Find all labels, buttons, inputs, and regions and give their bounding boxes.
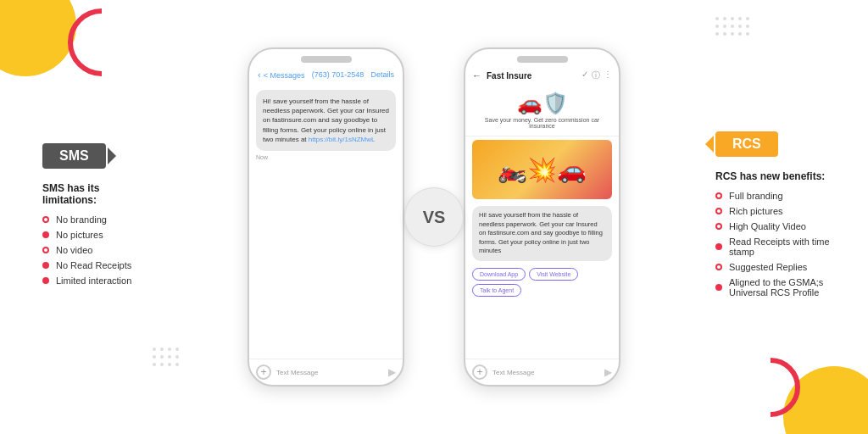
rcs-phone-header: ← Fast Insure ✓ ⓘ ⋮ — [465, 66, 619, 85]
list-item: Full branding — [715, 191, 834, 201]
phones-area: ‹ < Messages (763) 701-2548 Details Hi! … — [170, 47, 698, 387]
brand-name: Fast Insure — [487, 71, 576, 81]
rcs-text-input[interactable]: Text Message — [492, 369, 599, 376]
limitation-text: Limited interaction — [56, 275, 131, 286]
motorcycle-illustration: 🏍️💥🚗 — [472, 140, 612, 199]
rcs-label-badge: RCS — [715, 131, 778, 157]
sms-phone-footer: + Text Message ▶ — [249, 359, 403, 385]
main-container: SMS SMS has its limitations: No branding… — [0, 0, 868, 434]
bullet-icon — [42, 231, 49, 238]
download-app-button[interactable]: Download App — [472, 268, 526, 281]
list-item: No Read Receipts — [42, 260, 153, 270]
list-item: High Quality Video — [715, 221, 834, 231]
rcs-action-buttons: Download App Visit Website Talk to Agent — [465, 264, 619, 300]
benefits-list: Full branding Rich pictures High Quality… — [715, 191, 834, 298]
phone-notch — [301, 56, 352, 63]
vs-label: VS — [404, 187, 464, 247]
list-item: No pictures — [42, 230, 153, 240]
brand-tagline: Save your money. Get zero commission car… — [472, 117, 612, 129]
contact-name: (763) 701-2548 — [312, 70, 364, 79]
add-attachment-button[interactable]: + — [256, 364, 271, 380]
messages-link[interactable]: < Messages — [264, 71, 305, 80]
benefit-text: Aligned to the GSMA;s Universal RCS Prof… — [729, 277, 834, 298]
list-item: Limited interaction — [42, 275, 153, 286]
bullet-icon — [42, 277, 49, 284]
bullet-icon — [715, 284, 722, 291]
list-item: Read Receipts with time stamp — [715, 236, 834, 257]
list-item: No video — [42, 245, 153, 255]
rcs-phone-body: 🚗🛡️ Save your money. Get zero commission… — [465, 85, 619, 359]
send-button[interactable]: ▶ — [388, 366, 396, 378]
header-icons: ✓ ⓘ ⋮ — [581, 70, 612, 81]
benefit-text: Rich pictures — [729, 206, 783, 216]
list-item: Aligned to the GSMA;s Universal RCS Prof… — [715, 277, 834, 298]
sms-message-bubble: Hi! save yourself from the hassle of nee… — [256, 90, 396, 151]
benefit-text: Read Receipts with time stamp — [729, 236, 834, 257]
rcs-message-bubble: Hi! save yourself from the hassle of nee… — [472, 206, 612, 261]
limitation-text: No pictures — [56, 230, 103, 240]
back-arrow-icon[interactable]: ‹ < Messages — [258, 70, 305, 80]
bullet-icon — [715, 243, 722, 250]
limitation-text: No branding — [56, 214, 107, 225]
bullet-icon — [715, 264, 722, 270]
rcs-benefits-title: RCS has new benefits: — [715, 170, 834, 182]
sms-link[interactable]: https://bit.ly/1sNZMwL — [309, 136, 376, 143]
rcs-rich-image: 🏍️💥🚗 — [472, 140, 612, 199]
talk-to-agent-button[interactable]: Talk to Agent — [472, 284, 521, 297]
benefit-text: Suggested Replies — [729, 262, 807, 272]
send-button[interactable]: ▶ — [604, 366, 612, 378]
bullet-icon — [42, 247, 49, 253]
bullet-icon — [715, 223, 722, 230]
add-attachment-button[interactable]: + — [472, 364, 487, 380]
bullet-icon — [42, 216, 49, 223]
back-arrow-icon[interactable]: ← — [472, 70, 481, 81]
verified-icon: ✓ — [581, 70, 588, 81]
list-item: Rich pictures — [715, 206, 834, 216]
list-item: Suggested Replies — [715, 262, 834, 272]
benefit-text: High Quality Video — [729, 221, 806, 231]
details-link[interactable]: Details — [370, 70, 394, 79]
more-icon[interactable]: ⋮ — [604, 70, 612, 81]
sms-phone: ‹ < Messages (763) 701-2548 Details Hi! … — [248, 47, 404, 387]
info-icon[interactable]: ⓘ — [592, 70, 600, 81]
sms-text-input[interactable]: Text Message — [276, 369, 383, 376]
rcs-brand-card: 🚗🛡️ Save your money. Get zero commission… — [465, 85, 619, 136]
rcs-section: RCS RCS has new benefits: Full branding … — [698, 114, 868, 320]
limitation-text: No Read Receipts — [56, 260, 131, 270]
benefit-text: Full branding — [729, 191, 783, 201]
brand-icon: 🚗🛡️ — [472, 92, 612, 115]
visit-website-button[interactable]: Visit Website — [529, 268, 578, 281]
bullet-icon — [715, 208, 722, 214]
sms-limitations-title: SMS has its limitations: — [42, 182, 153, 206]
bullet-icon — [42, 262, 49, 269]
rcs-phone: ← Fast Insure ✓ ⓘ ⋮ 🚗🛡️ Save your money.… — [464, 47, 620, 387]
sms-phone-body: Hi! save yourself from the hassle of nee… — [249, 83, 403, 359]
bullet-icon — [715, 192, 722, 199]
list-item: No branding — [42, 214, 153, 225]
sms-label-badge: SMS — [42, 143, 106, 169]
phone-notch — [517, 56, 568, 63]
sms-timestamp: Now — [256, 154, 396, 160]
limitation-text: No video — [56, 245, 92, 255]
rcs-phone-footer: + Text Message ▶ — [465, 359, 619, 385]
sms-section: SMS SMS has its limitations: No branding… — [0, 126, 170, 308]
limitations-list: No branding No pictures No video No Read… — [42, 214, 153, 286]
sms-phone-header: ‹ < Messages (763) 701-2548 Details — [249, 66, 403, 83]
